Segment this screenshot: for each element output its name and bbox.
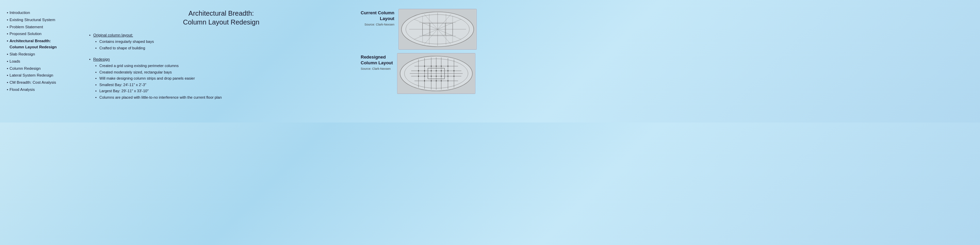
sidebar-item-lateral-system[interactable]: Lateral System Redesign [7,72,72,79]
svg-point-36 [441,66,442,67]
sidebar-item-proposed-solution[interactable]: Proposed Solution [7,30,72,37]
svg-point-56 [447,80,449,81]
redesign-heading: Redesign [89,56,255,62]
svg-point-44 [453,70,454,72]
bullet-largest-bay: Largest Bay: 29′-11″ x 33′-10″ [89,88,255,94]
bullet-smallest-bay: Smallest Bay: 24′-11″ x 2′-3″ [89,82,255,88]
bullet-grid: Created a grid using existing perimeter … [89,63,255,69]
svg-point-55 [441,80,442,81]
original-layout-heading: Original column layout: [89,32,255,38]
sidebar-item-flood-analysis[interactable]: Flood Analysis [7,86,72,93]
bullet-rectangular-bays: Created moderately sized, rectangular ba… [89,69,255,76]
redesigned-layout-block: Redesigned Column Layout Source: Clark-N… [361,53,483,94]
svg-point-41 [436,70,437,72]
sidebar-item-column-redesign[interactable]: Column Redesign [7,65,72,72]
sidebar-item-problem-statement[interactable]: Problem Statement [7,24,72,30]
content-body: Original column layout: Contains irregul… [85,32,255,105]
sidebar-item-cm-breadth[interactable]: CM Breadth: Cost Analysis [7,79,72,86]
svg-point-54 [436,80,437,81]
right-panel: Current Column Layout Source: Clark-Nexs… [361,6,483,116]
redesigned-layout-title: Redesigned Column Layout [361,54,393,66]
sidebar-item-arch-breadth[interactable]: Architectural Breadth:Architectural Brea… [7,38,72,51]
svg-point-52 [424,80,425,81]
svg-point-33 [424,66,425,67]
svg-point-46 [424,76,425,76]
svg-point-39 [424,70,425,72]
svg-point-53 [430,80,431,81]
current-layout-source: Source: Clark-Nexsen [361,23,395,26]
svg-point-42 [441,70,442,72]
svg-point-50 [447,76,449,76]
sidebar-item-slab-redesign[interactable]: Slab Redesign [7,51,72,58]
svg-point-40 [430,70,431,72]
redesigned-layout-source: Source: Clark-Nexsen [361,67,393,70]
bullet-no-interference: Columns are placed with little-to-no int… [89,95,255,101]
svg-point-34 [430,66,431,67]
svg-point-49 [441,76,442,76]
svg-point-43 [447,70,449,72]
sidebar: Introduction Existing Structural System … [7,6,72,116]
redesigned-layout-label: Redesigned Column Layout Source: Clark-N… [361,53,393,70]
bullet-crafted-shape: Crafted to shape of building [89,45,255,51]
sidebar-item-existing-structural[interactable]: Existing Structural System [7,17,72,24]
main-content: Architectural Breadth: Column Layout Red… [75,6,357,116]
page-title: Architectural Breadth: Column Layout Red… [85,9,357,27]
current-layout-image [398,9,477,50]
bullet-column-strips: Will make designing column strips and dr… [89,76,255,82]
sidebar-item-loads[interactable]: Loads [7,58,72,65]
sidebar-item-introduction[interactable]: Introduction [7,10,72,16]
current-layout-title: Current Column Layout [361,10,395,22]
svg-point-48 [436,76,437,76]
svg-point-35 [436,66,437,67]
svg-point-38 [418,70,419,72]
current-layout-label: Current Column Layout Source: Clark-Nexs… [361,9,395,26]
redesigned-layout-image [397,53,476,94]
svg-point-45 [418,76,419,76]
svg-point-47 [430,76,431,76]
redesign-section: Redesign Created a grid using existing p… [89,56,255,101]
current-layout-block: Current Column Layout Source: Clark-Nexs… [361,9,483,50]
bullet-irregular-bays: Contains irregularly shaped bays [89,39,255,45]
svg-point-51 [453,76,454,76]
original-layout-section: Original column layout: Contains irregul… [89,32,255,51]
svg-point-37 [447,66,449,67]
